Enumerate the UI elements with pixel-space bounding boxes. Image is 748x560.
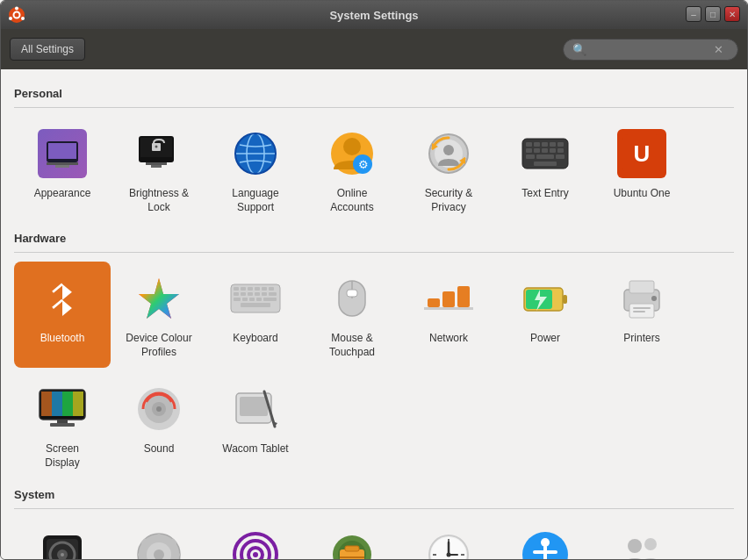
svg-rect-35	[526, 148, 532, 153]
svg-rect-49	[234, 287, 239, 291]
screen-display-label: ScreenDisplay	[45, 442, 79, 470]
svg-text:⚙: ⚙	[358, 158, 369, 171]
maximize-button[interactable]: □	[705, 6, 721, 22]
toolbar: All Settings 🔍 ✕	[1, 29, 747, 69]
svg-point-104	[61, 553, 64, 556]
sound-item[interactable]: Sound	[111, 372, 207, 478]
time-date-icon-box	[421, 527, 477, 559]
window-controls: – □ ✕	[686, 6, 740, 22]
brightness-item[interactable]: Brightness &Lock	[111, 117, 207, 223]
text-entry-icon-box	[517, 126, 573, 182]
personal-section-label: Personal	[14, 87, 734, 100]
svg-rect-65	[263, 298, 277, 301]
appearance-item[interactable]: Appearance	[14, 117, 111, 223]
hardware-grid-2: ScreenDisplay Sound	[14, 372, 734, 478]
language-icon-box	[227, 126, 284, 182]
svg-point-25	[443, 145, 454, 155]
svg-rect-38	[550, 148, 556, 153]
svg-rect-71	[442, 291, 455, 307]
wacom-label: Wacom Tablet	[222, 442, 288, 456]
power-icon	[521, 274, 570, 323]
system-grid: Backup	[14, 518, 734, 559]
bluetooth-label: Bluetooth	[40, 332, 85, 346]
landscape-item[interactable]: LandscapeService	[207, 518, 304, 559]
keyboard-item[interactable]: Keyboard	[207, 262, 304, 368]
bluetooth-item[interactable]: Bluetooth	[14, 262, 111, 368]
mouse-icon-box	[324, 270, 380, 327]
time-date-item[interactable]: Time & Date	[400, 518, 497, 559]
search-bar[interactable]: 🔍 ✕	[563, 39, 738, 61]
mouse-item[interactable]: Mouse &Touchpad	[304, 262, 400, 368]
language-label: LanguageSupport	[232, 187, 278, 214]
network-item[interactable]: Network	[400, 262, 497, 368]
svg-rect-79	[629, 281, 654, 293]
svg-point-14	[155, 146, 158, 148]
svg-rect-32	[542, 142, 548, 147]
svg-rect-82	[633, 311, 645, 312]
network-label: Network	[429, 332, 468, 346]
appearance-icon	[38, 129, 87, 178]
users-item[interactable]: User Accounts	[593, 518, 690, 559]
text-entry-item[interactable]: Text Entry	[497, 117, 593, 223]
svg-rect-8	[55, 165, 69, 168]
svg-rect-40	[526, 154, 535, 159]
time-date-icon	[424, 530, 473, 559]
settings-content: Personal Appearance	[1, 69, 747, 559]
users-icon-box	[614, 527, 670, 559]
universal-icon	[521, 530, 570, 559]
security-icon	[424, 129, 473, 178]
power-item[interactable]: Power	[497, 262, 593, 368]
universal-item[interactable]: UniversalAccess	[497, 518, 593, 559]
svg-point-20	[343, 138, 361, 155]
device-colour-item[interactable]: Device ColourProfiles	[111, 262, 207, 368]
svg-point-95	[156, 406, 162, 412]
universal-icon-box	[517, 527, 573, 559]
printers-label: Printers	[623, 332, 659, 346]
close-button[interactable]: ✕	[724, 6, 740, 22]
personal-grid: Appearance	[14, 117, 734, 223]
svg-rect-62	[242, 298, 248, 301]
svg-rect-89	[73, 391, 83, 416]
svg-rect-124	[340, 556, 364, 558]
online-icon: ⚙	[327, 129, 377, 178]
software-item[interactable]: Software &Updates	[304, 518, 400, 559]
screen-display-icon	[38, 386, 87, 432]
printers-item[interactable]: Printers	[593, 262, 690, 368]
backup-item[interactable]: Backup	[14, 518, 111, 559]
appearance-label: Appearance	[34, 187, 91, 201]
online-label: OnlineAccounts	[330, 187, 373, 214]
ubuntu-one-item[interactable]: U Ubuntu One	[593, 117, 690, 223]
keyboard-icon	[230, 279, 281, 318]
hardware-divider	[14, 252, 734, 253]
online-item[interactable]: ⚙ OnlineAccounts	[304, 117, 400, 223]
all-settings-button[interactable]: All Settings	[10, 38, 85, 61]
svg-rect-97	[240, 397, 268, 416]
language-item[interactable]: LanguageSupport	[207, 117, 304, 223]
svg-rect-56	[241, 292, 246, 296]
ubuntu-logo-icon	[8, 6, 25, 24]
landscape-icon	[231, 530, 280, 559]
system-settings-window: System Settings – □ ✕ All Settings 🔍 ✕ P…	[0, 0, 748, 560]
svg-rect-43	[534, 162, 557, 166]
details-item[interactable]: Details	[111, 518, 207, 559]
svg-rect-34	[557, 142, 564, 147]
svg-rect-42	[556, 154, 565, 159]
minimize-button[interactable]: –	[686, 6, 701, 22]
svg-point-133	[447, 552, 451, 556]
svg-rect-110	[138, 553, 145, 556]
search-clear-icon[interactable]: ✕	[714, 43, 723, 56]
software-icon-box	[324, 527, 380, 559]
search-input[interactable]	[591, 43, 714, 55]
sound-icon-box	[131, 381, 187, 437]
svg-rect-31	[534, 142, 540, 147]
mouse-label: Mouse &Touchpad	[329, 332, 375, 359]
svg-rect-63	[249, 298, 255, 301]
language-icon	[233, 131, 278, 176]
titlebar: System Settings – □ ✕	[1, 1, 747, 29]
security-label: Security &Privacy	[425, 187, 473, 214]
svg-point-107	[154, 549, 164, 559]
security-item[interactable]: Security &Privacy	[400, 117, 497, 223]
wacom-item[interactable]: Wacom Tablet	[207, 372, 304, 478]
screen-display-item[interactable]: ScreenDisplay	[14, 372, 111, 478]
hardware-grid: Bluetooth	[14, 262, 734, 368]
